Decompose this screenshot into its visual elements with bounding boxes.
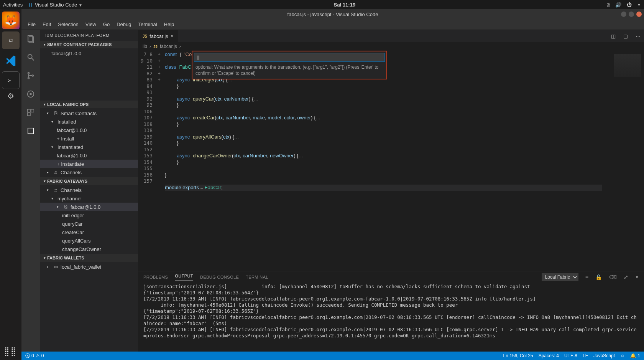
tree-wallet[interactable]: ▸▭local_fabric_wallet	[40, 263, 138, 271]
output-wrap-icon[interactable]: ≡	[585, 274, 589, 280]
dock-settings[interactable]: ⚙	[7, 91, 14, 101]
tree-gw-mychannel[interactable]: ▾mychannel	[40, 194, 138, 203]
side-panel: IBM BLOCKCHAIN PLATFORM ▾SMART CONTRACT …	[40, 30, 138, 352]
app-indicator[interactable]: ⟮⟯ Visual Studio Code ▼	[28, 2, 82, 8]
output-body[interactable]: jsontransactionserializer.js] info: [myc…	[138, 283, 644, 352]
quick-input-box: optional: What are the arguments to the …	[192, 51, 387, 79]
minimap[interactable]	[602, 51, 644, 271]
editor-tabs: JS fabcar.js × ◫ ▢ ⋯	[138, 30, 644, 42]
status-ln-col[interactable]: Ln 156, Col 25	[503, 353, 533, 358]
menu-edit[interactable]: Edit	[39, 20, 54, 29]
section-packages[interactable]: ▾SMART CONTRACT PACKAGES	[40, 41, 138, 48]
ibm-blockchain-icon[interactable]	[26, 126, 36, 136]
panel-tab-debug-console[interactable]: DEBUG CONSOLE	[200, 275, 239, 279]
volume-icon[interactable]: 🔊	[615, 2, 621, 8]
section-local-fabric-ops[interactable]: ▾LOCAL FABRIC OPS	[40, 101, 138, 108]
more-actions-icon[interactable]: ⋯	[632, 30, 644, 42]
status-notifications[interactable]: 🔔 1	[630, 353, 640, 358]
side-panel-title: IBM BLOCKCHAIN PLATFORM	[40, 30, 138, 41]
status-eol[interactable]: LF	[583, 353, 588, 358]
panel-tab-problems[interactable]: PROBLEMS	[143, 275, 168, 279]
tree-installed[interactable]: ▾Installed	[40, 117, 138, 126]
tab-close-icon[interactable]: ×	[171, 33, 174, 39]
panel-maximize-icon[interactable]: ⤢	[624, 274, 628, 280]
window-titlebar: fabcar.js - javascript - Visual Studio C…	[21, 9, 644, 19]
contract-icon: ⎘	[63, 204, 68, 210]
tree-instantiate-action[interactable]: + Instantiate	[40, 160, 138, 168]
search-icon[interactable]	[26, 52, 36, 62]
tree-fn-changecarowner[interactable]: changeCarOwner	[40, 245, 138, 253]
tab-label: fabcar.js	[150, 33, 168, 39]
tree-smart-contracts[interactable]: ▾⎘Smart Contracts	[40, 109, 138, 117]
breadcrumb-segment[interactable]: fabcar.js	[160, 44, 177, 49]
js-file-icon: JS	[153, 45, 158, 48]
tree-fn-initledger[interactable]: initLedger	[40, 211, 138, 220]
status-spaces[interactable]: Spaces: 4	[539, 353, 559, 358]
tab-fabcar[interactable]: JS fabcar.js ×	[138, 30, 179, 42]
menu-terminal[interactable]: Terminal	[135, 20, 160, 29]
clock[interactable]: Sal 11:19	[82, 2, 607, 8]
tree-fn-queryallcars[interactable]: queryAllCars	[40, 236, 138, 245]
power-icon[interactable]: ⏻	[627, 2, 632, 8]
tree-channels[interactable]: ▸⎌Channels	[40, 168, 138, 177]
output-channel-select[interactable]: Local Fabric	[542, 273, 578, 281]
tree-install-action[interactable]: + Install	[40, 134, 138, 143]
explorer-icon[interactable]	[26, 34, 36, 44]
menu-selection[interactable]: Selection	[55, 20, 81, 29]
menu-file[interactable]: File	[25, 20, 39, 29]
panel-tabs: PROBLEMS OUTPUT DEBUG CONSOLE TERMINAL L…	[138, 271, 644, 283]
section-wallets[interactable]: ▾FABRIC WALLETS	[40, 254, 138, 262]
extensions-icon[interactable]	[26, 107, 36, 117]
output-clear-icon[interactable]: ⌫	[609, 274, 617, 280]
contracts-icon: ⎘	[53, 111, 58, 116]
output-lock-icon[interactable]: 🔒	[595, 274, 602, 280]
breadcrumbs[interactable]: lib› JS fabcar.js›	[138, 42, 644, 51]
split-editor-icon[interactable]: ◫	[607, 30, 619, 42]
status-feedback-icon[interactable]: ☺	[620, 353, 625, 358]
window-close[interactable]	[636, 12, 642, 17]
section-gateways[interactable]: ▾FABRIC GATEWAYS	[40, 177, 138, 185]
dock-firefox[interactable]: 🦊	[2, 12, 20, 29]
status-errors[interactable]: ⓧ 0 ⚠ 0	[25, 353, 44, 359]
tree-gw-contract[interactable]: ▾⎘fabcar@1.0.0	[40, 203, 138, 211]
window-maximize[interactable]	[629, 12, 634, 17]
editor-body[interactable]: 7 8 9 10 11 82 83 84 91 92 93 106 107 10…	[138, 51, 644, 271]
ubuntu-dock: 🦊 🗂 >_ ⚙ ⠿⠿⠿⠿	[0, 9, 21, 360]
tree-fn-createcar[interactable]: createCar	[40, 228, 138, 236]
package-item[interactable]: fabcar@1.0.0	[40, 49, 138, 58]
channels-icon: ⎌	[53, 170, 58, 175]
code-content[interactable]: const { 'Co…' class FabCar extends Contr…	[163, 51, 602, 271]
panel-tab-output[interactable]: OUTPUT	[175, 274, 193, 281]
dock-show-apps[interactable]: ⠿⠿⠿⠿	[4, 348, 17, 356]
activities-button[interactable]: Activities	[3, 2, 23, 8]
dock-vscode[interactable]	[2, 51, 20, 69]
panel-close-icon[interactable]: ×	[635, 274, 639, 280]
tree-fn-querycar[interactable]: queryCar	[40, 220, 138, 228]
tree-gw-channels[interactable]: ▾⎌Channels	[40, 186, 138, 194]
tree-instantiated[interactable]: ▾Instantiated	[40, 143, 138, 151]
window-minimize[interactable]	[621, 12, 626, 17]
tree-installed-item[interactable]: fabcar@1.0.0	[40, 126, 138, 134]
network-icon[interactable]: ⎚	[607, 2, 610, 8]
menu-view[interactable]: View	[82, 20, 99, 29]
breadcrumb-segment[interactable]: lib	[143, 44, 147, 49]
svg-point-5	[28, 78, 30, 79]
editor-area: JS fabcar.js × ◫ ▢ ⋯ lib› JS fabcar.js› …	[138, 30, 644, 352]
status-bar: ⓧ 0 ⚠ 0 Ln 156, Col 25 Spaces: 4 UTF-8 L…	[21, 352, 644, 360]
toggle-panel-icon[interactable]: ▢	[619, 30, 632, 42]
gnome-topbar: Activities ⟮⟯ Visual Studio Code ▼ Sal 1…	[0, 0, 644, 9]
status-language[interactable]: JavaScript	[593, 353, 615, 358]
menu-go[interactable]: Go	[100, 20, 113, 29]
panel-tab-terminal[interactable]: TERMINAL	[246, 275, 268, 279]
dock-terminal[interactable]: >_	[2, 71, 20, 89]
debug-icon[interactable]	[26, 89, 36, 99]
source-control-icon[interactable]	[26, 71, 36, 81]
menu-debug[interactable]: Debug	[113, 20, 134, 29]
tree-instantiated-item[interactable]: fabcar@1.0.0	[40, 151, 138, 160]
fold-column[interactable]: + + + + +	[158, 51, 163, 271]
status-encoding[interactable]: UTF-8	[564, 353, 577, 358]
system-menu-caret[interactable]: ▼	[637, 3, 641, 7]
menu-help[interactable]: Help	[161, 20, 177, 29]
transaction-args-input[interactable]	[194, 53, 385, 62]
dock-files[interactable]: 🗂	[2, 31, 20, 49]
